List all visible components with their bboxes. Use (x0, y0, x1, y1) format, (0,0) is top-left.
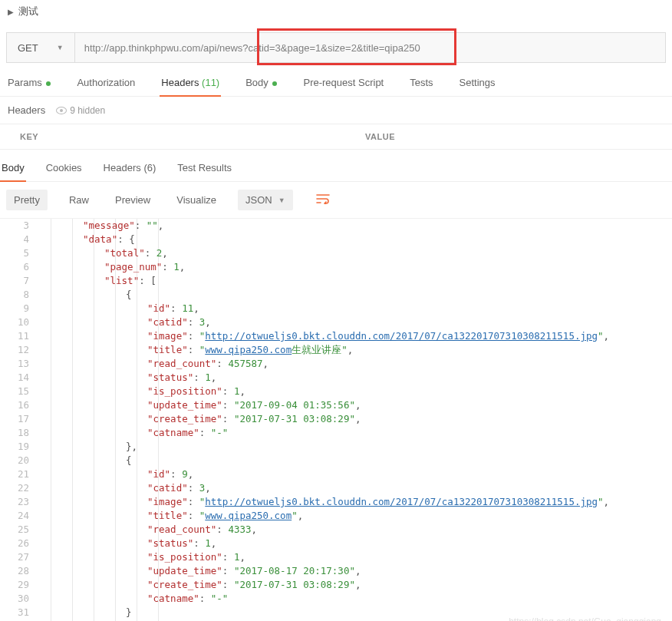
code-line: "read_count": 4333, (40, 523, 672, 537)
code-line: "data": { (40, 233, 672, 246)
code-line: "status": 1, (40, 371, 672, 385)
code-line: "status": 1, (40, 537, 672, 550)
response-tab-body[interactable]: Body (0, 162, 26, 181)
hidden-headers-toggle[interactable]: 9 hidden (56, 105, 105, 116)
code-line: "update_time": "2017-09-04 01:35:56", (40, 398, 672, 412)
code-line: "title": "www.qipa250.com生就业讲座", (40, 343, 672, 357)
raw-button[interactable]: Raw (64, 191, 94, 209)
response-tab-cookies[interactable]: Cookies (44, 162, 84, 181)
code-content: https://blog.csdn.net/Guo_qiangqiang "me… (40, 219, 672, 621)
tab-headers[interactable]: Headers (11) (160, 77, 221, 96)
code-line: { (40, 288, 672, 302)
code-line: "is_position": 1, (40, 385, 672, 398)
headers-label: Headers (8, 104, 45, 116)
tab-settings[interactable]: Settings (458, 77, 497, 96)
code-line: "create_time": "2017-07-31 03:08:29", (40, 578, 672, 592)
method-select[interactable]: GET ▼ (7, 33, 75, 62)
response-tab-headers[interactable]: Headers (6) (102, 162, 158, 181)
format-select[interactable]: JSON▼ (238, 190, 293, 210)
tab-prerequest[interactable]: Pre-request Script (301, 77, 385, 96)
code-line: "create_time": "2017-07-31 03:08:29", (40, 412, 672, 426)
expand-icon: ▶ (8, 8, 14, 16)
tab-authorization[interactable]: Authorization (75, 77, 137, 96)
code-line: "image": "http://otwueljs0.bkt.clouddn.c… (40, 495, 672, 509)
pretty-button[interactable]: Pretty (6, 190, 48, 210)
collection-title: 测试 (18, 5, 38, 18)
response-tab-test-results[interactable]: Test Results (176, 162, 233, 181)
code-line: "id": 9, (40, 467, 672, 481)
chevron-down-icon: ▼ (278, 197, 285, 204)
code-line: "is_position": 1, (40, 550, 672, 564)
headers-subheader: Headers 9 hidden (0, 97, 672, 124)
code-line: "catname": "-" (40, 592, 672, 606)
code-line: { (40, 454, 672, 467)
code-line: "id": 11, (40, 302, 672, 315)
url-input[interactable]: http://app.thinkphpwu.com/api/news?catid… (75, 33, 665, 62)
code-line: "page_num": 1, (40, 260, 672, 274)
code-line: "catid": 3, (40, 315, 672, 329)
code-line: "image": "http://otwueljs0.bkt.clouddn.c… (40, 329, 672, 343)
key-column-header: KEY (0, 124, 345, 149)
response-toolbar: Pretty Raw Preview Visualize JSON▼ (0, 182, 672, 219)
visualize-button[interactable]: Visualize (172, 191, 221, 209)
method-label: GET (18, 42, 38, 54)
code-line: }, (40, 440, 672, 454)
code-line: "message": "", (40, 219, 672, 233)
code-line: "catid": 3, (40, 481, 672, 495)
chevron-down-icon: ▼ (57, 44, 64, 51)
code-line: "read_count": 457587, (40, 357, 672, 371)
code-line: } (40, 606, 672, 619)
kv-table-header: KEY VALUE (0, 124, 672, 150)
code-line: "total": 2, (40, 246, 672, 260)
value-column-header: VALUE (345, 124, 415, 149)
response-body[interactable]: 3456789101112131415161718192021222324252… (0, 219, 672, 621)
code-line: "title": "www.qipa250.com", (40, 509, 672, 523)
collection-header[interactable]: ▶ 测试 (0, 0, 672, 23)
wrap-lines-icon[interactable] (310, 190, 336, 210)
eye-icon (56, 107, 67, 114)
url-text: http://app.thinkphpwu.com/api/news?catid… (84, 42, 420, 54)
code-line: "catname": "-" (40, 426, 672, 440)
code-line: "update_time": "2017-08-17 20:17:30", (40, 564, 672, 578)
line-gutter: 3456789101112131415161718192021222324252… (0, 219, 40, 621)
tab-params[interactable]: Params (6, 77, 52, 96)
response-tabs: Body Cookies Headers (6) Test Results (0, 153, 672, 182)
url-bar: GET ▼ http://app.thinkphpwu.com/api/news… (6, 32, 666, 63)
preview-button[interactable]: Preview (110, 191, 155, 209)
code-line: "list": [ (40, 274, 672, 288)
tab-body[interactable]: Body (244, 77, 278, 96)
request-tabs: Params Authorization Headers (11) Body P… (0, 63, 672, 97)
tab-tests[interactable]: Tests (408, 77, 434, 96)
